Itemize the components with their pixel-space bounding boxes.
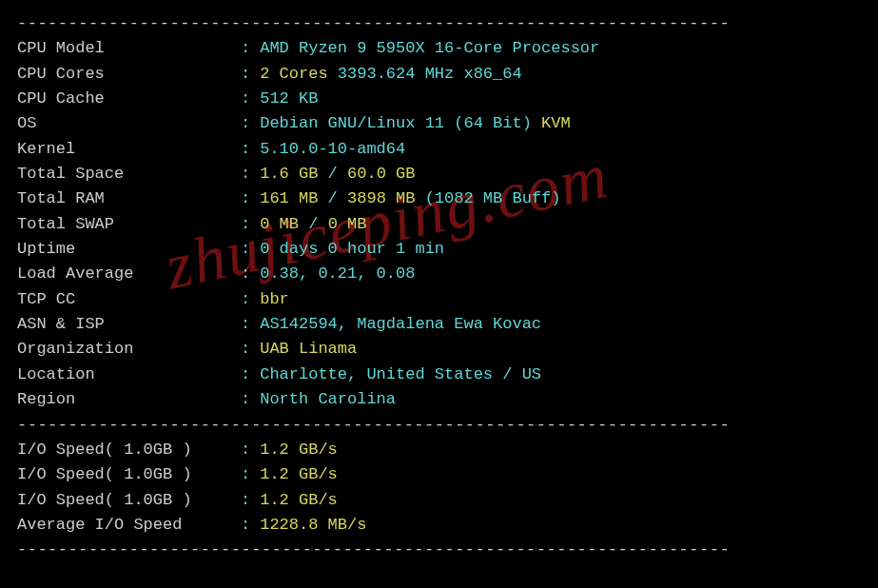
value-region: North Carolina (260, 387, 396, 412)
colon: : (241, 87, 250, 111)
label-cpu-cores: CPU Cores (17, 62, 241, 87)
value-cpu-freq: 3393.624 MHz x86_64 (338, 62, 522, 87)
value-kernel: 5.10.0-10-amd64 (260, 137, 405, 162)
value-cpu-model: AMD Ryzen 9 5950X 16-Core Processor (260, 36, 599, 61)
row-io-test-1: I/O Speed( 1.0GB ) : 1.2 GB/s (17, 462, 861, 487)
label-region: Region (17, 387, 241, 412)
colon: : (241, 462, 250, 487)
colon: : (241, 337, 250, 362)
divider-top: ----------------------------------------… (17, 11, 861, 36)
label-uptime: Uptime (17, 237, 241, 262)
label-os: OS (17, 111, 241, 136)
row-total-space: Total Space : 1.6 GB / 60.0 GB (17, 162, 861, 186)
label-total-swap: Total SWAP (17, 212, 241, 237)
colon: : (241, 36, 250, 61)
label-tcp-cc: TCP CC (17, 287, 241, 312)
value-load-avg: 0.38, 0.21, 0.08 (260, 262, 415, 286)
label-io-average: Average I/O Speed (17, 513, 241, 538)
colon: : (241, 488, 250, 513)
colon: : (241, 363, 250, 387)
value-ram-buff: (1082 MB Buff) (425, 186, 561, 211)
value-io-test: 1.2 GB/s (260, 488, 338, 513)
colon: : (241, 262, 250, 286)
row-cpu-cache: CPU Cache : 512 KB (17, 87, 861, 111)
value-os-name: Debian GNU/Linux 11 (64 Bit) (260, 111, 532, 136)
row-location: Location : Charlotte, United States / US (17, 363, 861, 387)
colon: : (241, 438, 250, 462)
value-space-used: 1.6 GB (260, 162, 318, 186)
label-cpu-model: CPU Model (17, 36, 241, 61)
terminal-output: ----------------------------------------… (17, 11, 861, 563)
colon: : (241, 312, 250, 337)
colon: : (241, 287, 250, 312)
row-io-test-2: I/O Speed( 1.0GB ) : 1.2 GB/s (17, 488, 861, 513)
row-total-ram: Total RAM : 161 MB / 3898 MB (1082 MB Bu… (17, 186, 861, 211)
colon: : (241, 186, 250, 211)
row-asn-isp: ASN & ISP : AS142594, Magdalena Ewa Kova… (17, 312, 861, 337)
row-total-swap: Total SWAP : 0 MB / 0 MB (17, 212, 861, 237)
label-location: Location (17, 363, 241, 387)
colon: : (241, 212, 250, 237)
row-uptime: Uptime : 0 days 0 hour 1 min (17, 237, 861, 262)
row-load-avg: Load Average : 0.38, 0.21, 0.08 (17, 262, 861, 286)
value-space-total: 60.0 GB (347, 162, 415, 186)
row-cpu-model: CPU Model : AMD Ryzen 9 5950X 16-Core Pr… (17, 36, 861, 61)
label-io-test: I/O Speed( 1.0GB ) (17, 462, 241, 487)
row-kernel: Kernel : 5.10.0-10-amd64 (17, 137, 861, 162)
label-organization: Organization (17, 337, 241, 362)
label-kernel: Kernel (17, 137, 241, 162)
value-io-average: 1228.8 MB/s (260, 513, 366, 538)
value-tcp-cc: bbr (260, 287, 289, 312)
divider-mid: ----------------------------------------… (17, 413, 861, 438)
value-uptime: 0 days 0 hour 1 min (260, 237, 444, 262)
divider-bottom: ----------------------------------------… (17, 538, 861, 562)
colon: : (241, 387, 250, 412)
row-cpu-cores: CPU Cores : 2 Cores 3393.624 MHz x86_64 (17, 62, 861, 87)
label-total-space: Total Space (17, 162, 241, 186)
value-io-test: 1.2 GB/s (260, 462, 338, 487)
value-location: Charlotte, United States / US (260, 363, 541, 387)
label-io-test: I/O Speed( 1.0GB ) (17, 488, 241, 513)
label-io-test: I/O Speed( 1.0GB ) (17, 438, 241, 462)
row-organization: Organization : UAB Linama (17, 337, 861, 362)
label-cpu-cache: CPU Cache (17, 87, 241, 111)
row-os: OS : Debian GNU/Linux 11 (64 Bit) KVM (17, 111, 861, 136)
colon: : (241, 137, 250, 162)
value-swap-total: 0 MB (328, 212, 367, 237)
value-ram-total: 3898 MB (347, 186, 415, 211)
value-os-virt: KVM (541, 111, 571, 136)
value-io-test: 1.2 GB/s (260, 438, 338, 462)
value-organization: UAB Linama (260, 337, 357, 362)
colon: : (241, 513, 250, 538)
value-ram-used: 161 MB (260, 186, 318, 211)
row-io-average: Average I/O Speed : 1228.8 MB/s (17, 513, 861, 538)
value-swap-used: 0 MB (260, 212, 299, 237)
value-cpu-cache: 512 KB (260, 87, 318, 111)
label-load-avg: Load Average (17, 262, 241, 286)
label-total-ram: Total RAM (17, 186, 241, 211)
colon: : (241, 111, 250, 136)
colon: : (241, 62, 250, 87)
value-asn-isp: AS142594, Magdalena Ewa Kovac (260, 312, 541, 337)
colon: : (241, 162, 250, 186)
label-asn-isp: ASN & ISP (17, 312, 241, 337)
row-region: Region : North Carolina (17, 387, 861, 412)
row-tcp-cc: TCP CC : bbr (17, 287, 861, 312)
colon: : (241, 237, 250, 262)
value-cpu-cores: 2 Cores (260, 62, 327, 87)
row-io-test-0: I/O Speed( 1.0GB ) : 1.2 GB/s (17, 438, 861, 462)
